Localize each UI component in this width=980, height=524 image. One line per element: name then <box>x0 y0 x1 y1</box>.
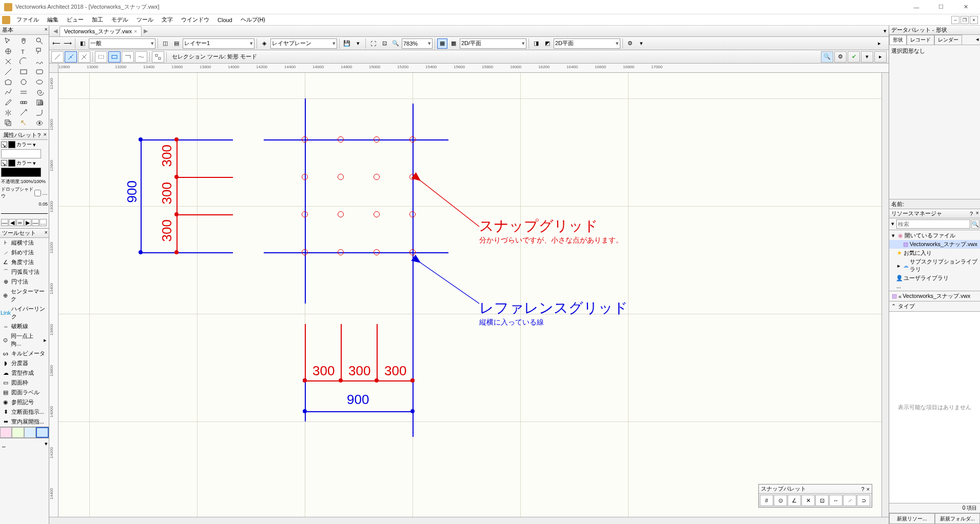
toolset-item[interactable]: ◗分度器 <box>0 358 49 368</box>
unified-view-button[interactable]: ▦ <box>437 38 447 49</box>
smart-options-button[interactable]: ✔ <box>848 51 860 63</box>
multi-view-button[interactable]: ▩ <box>448 38 459 49</box>
toolset-close-icon[interactable]: × <box>45 229 48 235</box>
nav-back-button[interactable]: ⟵ <box>51 38 62 49</box>
line-end-arrow[interactable]: ▶ <box>24 219 31 226</box>
flyover-tool[interactable] <box>1 46 15 56</box>
tree-subscription-lib[interactable]: ▸☁サブスクリプションライブラリ <box>889 257 980 274</box>
toolset-item[interactable]: ∠角度寸法 <box>0 257 49 267</box>
tab-nav-left[interactable]: ◀ <box>53 28 57 34</box>
menu-model[interactable]: モデル <box>107 15 132 25</box>
zoom-input[interactable]: 783%▾ <box>402 38 433 49</box>
menu-cloud[interactable]: Cloud <box>213 16 237 24</box>
polygon-tool[interactable] <box>1 77 15 87</box>
nav-fwd-button[interactable]: ⟶ <box>63 38 73 49</box>
mode-btn-1[interactable] <box>51 51 64 63</box>
reshape-tool[interactable] <box>16 108 31 118</box>
snap-intersection-button[interactable]: ✕ <box>801 495 815 506</box>
horizontal-scrollbar[interactable] <box>49 517 889 524</box>
res-close-icon[interactable]: × <box>976 210 979 216</box>
mdi-close-button[interactable]: × <box>970 16 978 24</box>
basic-palette-header[interactable]: 基本 × <box>0 26 49 35</box>
tree-more[interactable]: ... <box>889 283 980 290</box>
selection-handle[interactable] <box>139 250 143 254</box>
tab-nav-right[interactable]: ▶ <box>144 28 148 34</box>
basic-palette-close-icon[interactable]: × <box>45 26 48 32</box>
toolset-item[interactable]: ▭図面枠 <box>0 378 49 388</box>
toolset-item[interactable]: ⊕円寸法 <box>0 277 49 287</box>
plane-dropdown[interactable]: レイヤプレーン▾ <box>270 38 337 49</box>
mode-btn-2[interactable] <box>65 51 77 63</box>
toolset-item[interactable]: ⟋斜め寸法 <box>0 248 49 257</box>
mode-btn-8[interactable] <box>152 51 164 63</box>
spiral-tool[interactable] <box>32 87 47 97</box>
snap-grid-button[interactable]: # <box>760 495 773 506</box>
line-settings[interactable]: … <box>40 219 47 226</box>
toolset-item[interactable]: ᔕキルビメータ <box>0 349 49 358</box>
oval-tool[interactable] <box>32 77 47 87</box>
menu-text[interactable]: 文字 <box>158 15 177 25</box>
snap-edge-button[interactable]: ⟋ <box>843 495 856 506</box>
new-resource-button[interactable]: 新規リソー... <box>889 513 935 524</box>
data-palette-menu-icon[interactable]: ◂ <box>975 35 980 45</box>
freehand-tool[interactable] <box>32 56 47 67</box>
mirror-tool[interactable] <box>1 108 15 118</box>
mdi-restore-button[interactable]: ❐ <box>961 16 969 24</box>
snap-distance-button[interactable]: ↔ <box>829 495 842 506</box>
toolset-header[interactable]: ツールセット × <box>0 229 49 238</box>
snap-close-icon[interactable]: × <box>867 486 870 492</box>
zoom-tool-button[interactable]: 🔍 <box>390 38 401 49</box>
toolset-item[interactable]: ⊕センターマーク <box>0 287 49 304</box>
fillet-tool[interactable] <box>32 108 47 118</box>
pan-tool[interactable] <box>16 36 31 46</box>
attribute-palette-close-icon[interactable]: × <box>44 131 47 137</box>
fill-style-btn[interactable]: ↘ <box>1 142 7 148</box>
toolset-tab-3[interactable] <box>24 427 36 438</box>
toolset-item[interactable]: ⊦縦横寸法 <box>0 238 49 248</box>
delete-tool[interactable] <box>1 56 15 67</box>
mode-btn-7[interactable] <box>135 51 147 63</box>
attribute-tool[interactable] <box>16 118 31 128</box>
save-view-button[interactable]: 💾 <box>342 38 352 49</box>
dropshadow-checkbox[interactable] <box>34 190 41 196</box>
tree-favorites[interactable]: ★お気に入り <box>889 249 980 257</box>
render-settings-button[interactable]: ⚙ <box>625 38 635 49</box>
attribute-palette-header[interactable]: 属性パレット ? × <box>1 131 48 140</box>
toolset-tab-4[interactable] <box>36 427 49 438</box>
line-end-none[interactable]: — <box>32 219 39 226</box>
window-close-button[interactable]: ✕ <box>955 1 976 13</box>
layer-options-icon[interactable]: ▤ <box>171 38 182 49</box>
class-dropdown[interactable]: 一般▾ <box>89 38 155 49</box>
vertical-scrollbar[interactable] <box>881 73 889 517</box>
line-start-arrow[interactable]: ◀ <box>9 219 16 226</box>
fit-page-button[interactable]: ⛶ <box>368 38 378 49</box>
toolset-item[interactable]: ⬌室内展開指... <box>0 417 49 427</box>
horizontal-ruler[interactable]: 12800 13000 13200 13400 13600 13800 1400… <box>58 64 889 73</box>
visibility-tool[interactable] <box>32 118 47 128</box>
window-maximize-button[interactable]: ☐ <box>931 1 951 13</box>
toolset-item[interactable]: ⌒円弧長寸法 <box>0 267 49 277</box>
selection-handle[interactable] <box>139 137 143 142</box>
symbol-tool[interactable]: 由 <box>32 97 47 108</box>
toolset-caret-icon[interactable]: ▾ <box>45 440 48 447</box>
settings-gear-button[interactable]: ⚙ <box>834 51 847 63</box>
toolset-item[interactable]: ☁雲型作成 <box>0 368 49 378</box>
help-icon[interactable]: ? <box>37 132 41 138</box>
search-scope-dd[interactable]: ▾ <box>890 219 895 229</box>
fit-objects-button[interactable]: ⊡ <box>379 38 389 49</box>
menu-modify[interactable]: 加工 <box>88 15 107 25</box>
snap-help-icon[interactable]: ? <box>861 486 864 492</box>
toolset-item[interactable]: ▤図面ラベル <box>0 388 49 397</box>
rounded-rect-tool[interactable] <box>32 67 47 77</box>
layer-dropdown[interactable]: レイヤー1▾ <box>183 38 254 49</box>
pen-color-bar[interactable] <box>1 168 41 177</box>
selection-tool[interactable] <box>1 36 15 46</box>
view-dd-button[interactable]: ▾ <box>353 38 363 49</box>
arc-tool[interactable] <box>16 56 31 67</box>
tab-overflow-button[interactable]: ▾ <box>884 28 887 34</box>
toolset-footer[interactable]: ⎯ ▾ <box>0 438 49 449</box>
overflow-button[interactable]: ▸ <box>874 51 887 63</box>
selection-handle[interactable] <box>410 409 415 413</box>
render-mode-btn2[interactable]: ◩ <box>542 38 553 49</box>
fill-swatch[interactable] <box>8 141 15 148</box>
